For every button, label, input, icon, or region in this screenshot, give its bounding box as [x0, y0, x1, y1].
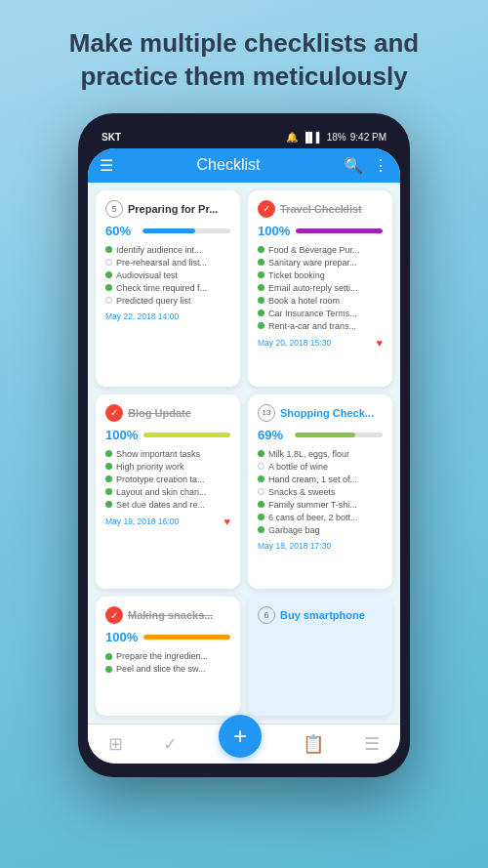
card-title: Shopping Check... — [280, 407, 374, 419]
progress-label: 100% — [105, 428, 138, 442]
progress-bar-fill — [143, 635, 230, 640]
card-title-row: 13 Shopping Check... — [258, 404, 383, 422]
phone-screen: ☰ Checklist 🔍 ⋮ 5 Preparing for Pr... 60… — [88, 148, 400, 764]
heart-icon: ♥ — [376, 337, 383, 349]
card-title: Buy smartphone — [280, 609, 365, 621]
card-shopping[interactable]: 13 Shopping Check... 69% Milk 1.8L, eggs… — [248, 394, 392, 589]
card-preparing[interactable]: 5 Preparing for Pr... 60% Identify audie… — [96, 190, 240, 387]
task-item: Sanitary ware prepar... — [258, 258, 383, 268]
progress-label: 60% — [105, 224, 137, 238]
card-number: 13 — [258, 404, 275, 422]
card-title: Preparing for Pr... — [128, 203, 218, 215]
more-icon[interactable]: ⋮ — [373, 156, 388, 175]
progress-row: 69% — [258, 428, 383, 442]
carrier-label: SKT — [102, 132, 121, 143]
progress-bar-fill — [295, 433, 355, 437]
nav-menu-icon[interactable]: ☰ — [364, 733, 380, 755]
progress-bar-bg — [143, 635, 230, 640]
time-label: 9:42 PM — [350, 132, 386, 143]
card-smartphone[interactable]: 6 Buy smartphone — [248, 597, 392, 715]
task-item: Prototype creation ta... — [105, 475, 230, 484]
status-bar-right: 🔔 ▐▌▌ 18% 9:42 PM — [286, 132, 386, 143]
headline: Make multiple checklists and practice th… — [0, 0, 488, 113]
app-toolbar: ☰ Checklist 🔍 ⋮ — [88, 148, 400, 183]
task-item: A bottle of wine — [258, 462, 383, 472]
progress-label: 100% — [258, 224, 290, 238]
progress-row: 100% — [258, 224, 383, 238]
nav-check-icon[interactable]: ✓ — [163, 733, 178, 755]
task-item: Food & Beverage Pur... — [258, 245, 383, 255]
task-item: Check time required f... — [105, 283, 230, 293]
card-title-row: Travel Checklist — [258, 200, 383, 218]
task-item: Book a hotel room — [258, 296, 383, 306]
completed-icon — [258, 200, 275, 218]
card-title-row: 5 Preparing for Pr... — [105, 200, 230, 218]
nav-list-icon[interactable]: 📋 — [303, 733, 324, 755]
search-icon[interactable]: 🔍 — [344, 156, 363, 175]
task-item: Identify audience int... — [105, 245, 230, 255]
card-date: May 18, 2018 17:30 — [258, 541, 383, 551]
phone-frame: SKT 🔔 ▐▌▌ 18% 9:42 PM ☰ Checklist 🔍 ⋮ — [78, 113, 410, 777]
progress-bar-fill — [296, 228, 383, 233]
card-date: May 19, 2018 16:00 ♥ — [105, 516, 230, 527]
menu-icon[interactable]: ☰ — [100, 156, 113, 175]
card-blog[interactable]: Blog Update 100% Show important tasks Hi… — [96, 394, 240, 589]
task-item: Rent-a-car and trans... — [258, 321, 383, 331]
task-item: Show important tasks — [105, 449, 230, 459]
card-date: May 22, 2018 14:00 — [105, 311, 230, 321]
progress-bar-bg — [143, 433, 230, 437]
alarm-icon: 🔔 — [286, 132, 298, 143]
card-title-row: Blog Update — [105, 404, 230, 422]
card-travel[interactable]: Travel Checklist 100% Food & Beverage Pu… — [248, 190, 392, 387]
task-item: Predicted query list — [105, 296, 230, 306]
task-item: Email auto-reply setti... — [258, 283, 383, 293]
task-item: Audiovisual test — [105, 270, 230, 280]
card-number: 5 — [105, 200, 123, 218]
task-item: Ticket booking — [258, 270, 383, 280]
phone-mockup: SKT 🔔 ▐▌▌ 18% 9:42 PM ☰ Checklist 🔍 ⋮ — [0, 113, 488, 777]
header-section: Make multiple checklists and practice th… — [0, 0, 488, 113]
task-item: Family summer T-shi... — [258, 500, 383, 510]
checklist-grid: 5 Preparing for Pr... 60% Identify audie… — [88, 183, 400, 723]
progress-bar-fill — [143, 433, 230, 437]
progress-bar-fill — [142, 228, 195, 233]
progress-bar-bg — [295, 433, 383, 437]
progress-bar-bg — [296, 228, 383, 233]
progress-label: 100% — [105, 630, 138, 644]
task-item: Set due dates and re... — [105, 500, 230, 510]
progress-row: 100% — [105, 630, 230, 644]
card-title: Travel Checklist — [280, 203, 362, 215]
completed-icon — [105, 606, 123, 624]
task-item: Layout and skin chan... — [105, 487, 230, 497]
bottom-nav: ⊞ ✓ + 📋 ☰ — [88, 723, 400, 764]
fab-add-button[interactable]: + — [219, 715, 262, 758]
toolbar-actions: 🔍 ⋮ — [344, 156, 388, 175]
card-title-row: Making snacks... — [105, 606, 230, 624]
card-number: 6 — [258, 606, 275, 624]
task-item: Pre-rehearsal and list... — [105, 258, 230, 268]
card-title-row: 6 Buy smartphone — [258, 606, 383, 624]
task-item: Snacks & sweets — [258, 487, 383, 497]
task-item: 6 cans of beer, 2 bott... — [258, 513, 383, 522]
signal-icon: ▐▌▌ — [302, 132, 322, 143]
card-snacks[interactable]: Making snacks... 100% Prepare the ingred… — [96, 597, 240, 715]
progress-label: 69% — [258, 428, 289, 442]
task-item: Garbage bag — [258, 525, 383, 535]
task-item: High priority work — [105, 462, 230, 472]
card-title: Making snacks... — [128, 609, 213, 621]
progress-row: 100% — [105, 428, 230, 442]
status-bar: SKT 🔔 ▐▌▌ 18% 9:42 PM — [88, 127, 400, 148]
heart-icon: ♥ — [224, 516, 230, 527]
task-item: Hand cream, 1 set of... — [258, 475, 383, 484]
task-item: Prepare the ingredien... — [105, 651, 230, 661]
battery-label: 18% — [327, 132, 346, 143]
progress-row: 60% — [105, 224, 230, 238]
card-title: Blog Update — [128, 407, 191, 419]
completed-icon — [105, 404, 123, 422]
task-item: Peel and slice the sw... — [105, 664, 230, 674]
progress-bar-bg — [142, 228, 230, 233]
toolbar-title: Checklist — [197, 156, 261, 174]
task-item: Milk 1.8L, eggs, flour — [258, 449, 383, 459]
nav-grid-icon[interactable]: ⊞ — [108, 733, 123, 755]
task-item: Car Insurance Terms... — [258, 309, 383, 318]
